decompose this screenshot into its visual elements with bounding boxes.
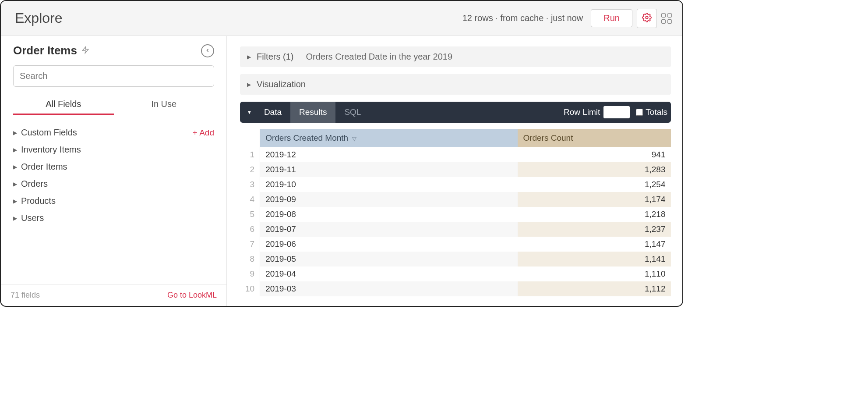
cell-dimension[interactable]: 2019-06 [260, 237, 518, 252]
row-number: 8 [240, 252, 260, 267]
cell-dimension[interactable]: 2019-09 [260, 192, 518, 207]
table-row: 92019-041,110 [240, 267, 671, 281]
caret-right-icon: ▶ [13, 130, 21, 136]
results-table: Orders Created Month ▽ Orders Count 1201… [240, 129, 671, 296]
column-header-measure[interactable]: Orders Count [518, 129, 670, 147]
table-row: 52019-081,218 [240, 207, 671, 222]
column-header-dimension[interactable]: Orders Created Month ▽ [260, 129, 518, 147]
visualization-panel[interactable]: ▶ Visualization [240, 74, 671, 95]
table-row: 22019-111,283 [240, 162, 671, 177]
field-group[interactable]: ▶Order Items [13, 158, 214, 175]
cell-measure[interactable]: 1,141 [518, 252, 670, 267]
query-status: 12 rows · from cache · just now [462, 13, 583, 23]
field-group-label: Users [21, 213, 44, 223]
cell-dimension[interactable]: 2019-05 [260, 252, 518, 267]
results-tab[interactable]: Results [290, 102, 335, 123]
table-row: 102019-031,112 [240, 281, 671, 296]
row-number: 7 [240, 237, 260, 252]
cell-dimension[interactable]: 2019-10 [260, 177, 518, 192]
add-custom-field-button[interactable]: + Add [193, 128, 214, 138]
search-input[interactable] [13, 65, 214, 87]
field-group[interactable]: ▶Users [13, 210, 214, 227]
row-number: 1 [240, 147, 260, 162]
field-group-label: Inventory Items [21, 145, 81, 155]
filters-label: Filters (1) [257, 52, 293, 62]
cell-dimension[interactable]: 2019-12 [260, 147, 518, 162]
field-group[interactable]: ▶Products [13, 192, 214, 210]
rownum-header [240, 129, 260, 147]
totals-checkbox[interactable] [636, 109, 643, 116]
caret-right-icon: ▶ [247, 82, 257, 88]
data-tab[interactable]: Data [255, 102, 290, 123]
data-bar: ▼ Data Results SQL Row Limit Totals [240, 102, 671, 123]
field-count: 71 fields [11, 291, 40, 300]
caret-right-icon: ▶ [13, 198, 21, 204]
caret-down-icon: ▼ [247, 110, 252, 115]
row-limit-input[interactable] [603, 106, 630, 118]
cell-measure[interactable]: 941 [518, 147, 670, 162]
field-group-label: Order Items [21, 162, 67, 172]
row-number: 6 [240, 222, 260, 237]
caret-right-icon: ▶ [13, 147, 21, 153]
cell-measure[interactable]: 1,174 [518, 192, 670, 207]
chevron-left-icon [205, 47, 210, 55]
row-number: 9 [240, 267, 260, 281]
cell-measure[interactable]: 1,112 [518, 281, 670, 296]
table-row: 72019-061,147 [240, 237, 671, 252]
go-to-lookml-link[interactable]: Go to LookML [167, 291, 217, 300]
cell-dimension[interactable]: 2019-04 [260, 267, 518, 281]
caret-right-icon: ▶ [247, 54, 257, 60]
sql-tab[interactable]: SQL [335, 102, 370, 123]
sort-desc-icon: ▽ [352, 135, 356, 142]
svg-marker-1 [82, 46, 88, 53]
cell-measure[interactable]: 1,147 [518, 237, 670, 252]
row-number: 5 [240, 207, 260, 222]
row-limit-label: Row Limit [564, 107, 600, 117]
dashboard-grid-icon[interactable] [661, 13, 672, 24]
row-number: 4 [240, 192, 260, 207]
field-group-label: Orders [21, 179, 48, 189]
table-row: 32019-101,254 [240, 177, 671, 192]
cell-measure[interactable]: 1,254 [518, 177, 670, 192]
cell-measure[interactable]: 1,237 [518, 222, 670, 237]
run-button[interactable]: Run [591, 9, 632, 27]
table-row: 42019-091,174 [240, 192, 671, 207]
table-row: 82019-051,141 [240, 252, 671, 267]
caret-right-icon: ▶ [13, 164, 21, 170]
field-group-label: Custom Fields [21, 128, 77, 138]
table-row: 62019-071,237 [240, 222, 671, 237]
table-row: 12019-12941 [240, 147, 671, 162]
tab-all-fields[interactable]: All Fields [13, 99, 114, 115]
visualization-label: Visualization [257, 79, 306, 89]
field-group[interactable]: ▶Inventory Items [13, 141, 214, 158]
page-title: Explore [15, 10, 63, 26]
field-group[interactable]: ▶Orders [13, 175, 214, 192]
cell-dimension[interactable]: 2019-03 [260, 281, 518, 296]
field-group[interactable]: ▶Custom Fields+ Add [13, 124, 214, 141]
row-number: 2 [240, 162, 260, 177]
field-group-label: Products [21, 196, 56, 206]
filters-summary: Orders Created Date in the year 2019 [306, 52, 452, 62]
cell-measure[interactable]: 1,110 [518, 267, 670, 281]
row-number: 10 [240, 281, 260, 296]
totals-label: Totals [646, 107, 667, 117]
caret-right-icon: ▶ [13, 215, 21, 221]
explore-name: Order Items [13, 44, 77, 57]
collapse-sidebar-button[interactable] [201, 44, 214, 57]
tab-in-use[interactable]: In Use [114, 99, 215, 115]
cell-measure[interactable]: 1,218 [518, 207, 670, 222]
cell-dimension[interactable]: 2019-11 [260, 162, 518, 177]
cell-measure[interactable]: 1,283 [518, 162, 670, 177]
bolt-icon [81, 45, 89, 57]
gear-icon [642, 13, 652, 24]
cell-dimension[interactable]: 2019-08 [260, 207, 518, 222]
filters-panel[interactable]: ▶ Filters (1) Orders Created Date in the… [240, 46, 671, 67]
caret-right-icon: ▶ [13, 181, 21, 187]
row-number: 3 [240, 177, 260, 192]
cell-dimension[interactable]: 2019-07 [260, 222, 518, 237]
svg-point-0 [646, 16, 648, 19]
settings-button[interactable] [637, 9, 657, 28]
